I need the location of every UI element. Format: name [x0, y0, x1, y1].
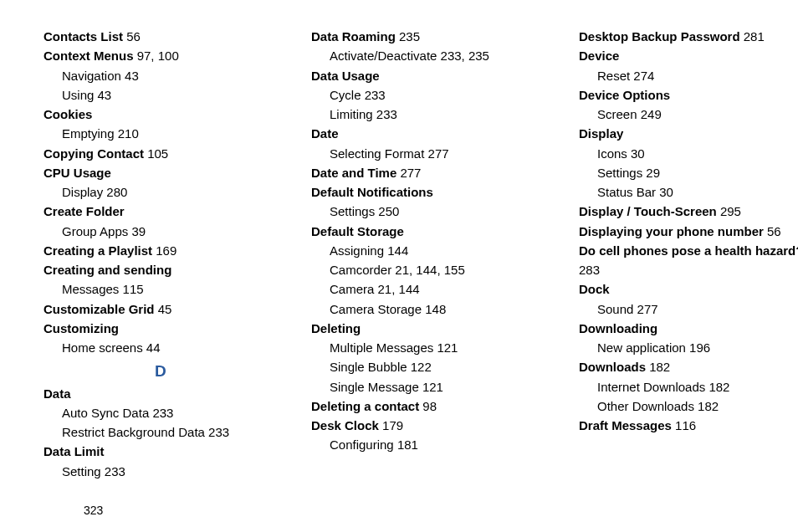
index-entry-sub: Limiting 233 — [311, 105, 545, 124]
index-entry-pages: 56 — [764, 224, 781, 238]
index-entry-main: Displaying your phone number 56 — [579, 222, 798, 241]
index-entry-pages: 169 — [152, 243, 176, 258]
index-entry-sub: New application 196 — [579, 338, 798, 357]
index-entry-label: Settings — [597, 166, 642, 180]
index-entry-sub: Internet Downloads 182 — [579, 377, 798, 396]
index-entry-pages: 182 — [705, 380, 729, 394]
index-entry-pages: 281 — [740, 29, 765, 43]
index-entry-pages: 182 — [694, 399, 719, 413]
page-number: 323 — [84, 504, 103, 517]
index-entry-label: Activate/Deactivate — [330, 49, 437, 63]
index-entry-sub: Camera 21, 144 — [311, 279, 545, 299]
index-entry-label: Configuring — [330, 437, 394, 452]
index-entry-pages: 122 — [407, 360, 432, 374]
index-entry-pages: 97, 100 — [134, 49, 179, 63]
index-entry-main: Contacts List 56 — [43, 27, 278, 46]
index-entry-main: Context Menus 97, 100 — [43, 46, 278, 65]
index-entry-label: Displaying your phone number — [579, 224, 764, 238]
index-entry-label: Cycle — [330, 88, 361, 102]
index-entry-label: Contacts List — [43, 29, 123, 43]
index-entry-label: Downloads — [579, 360, 646, 374]
index-entry-pages: 44 — [143, 340, 161, 355]
index-entry-label: Sound — [597, 302, 633, 316]
index-entry-label: Context Menus — [43, 49, 134, 63]
index-entry-sub: Camcorder 21, 144, 155 — [311, 260, 545, 279]
index-entry-label: Single Bubble — [330, 360, 407, 374]
index-entry-label: Data Limit — [43, 444, 105, 458]
index-entry-main: Customizing — [43, 319, 278, 338]
index-entry-pages: 280 — [103, 185, 127, 199]
index-entry-pages: 45 — [155, 302, 172, 316]
index-entry-pages: 250 — [375, 204, 399, 218]
index-entry-sub: Using 43 — [43, 85, 278, 105]
index-entry-label: New application — [597, 340, 686, 355]
index-entry-pages: 274 — [630, 69, 654, 83]
index-entry-label: Desktop Backup Password — [579, 29, 740, 43]
index-entry-label: Creating a Playlist — [43, 243, 152, 258]
index-entry-label: Navigation — [62, 69, 121, 83]
index-entry-sub: Sound 277 — [579, 299, 798, 319]
index-entry-pages: 30 — [627, 146, 645, 161]
index-entry-pages: 144 — [384, 243, 408, 258]
index-entry-sub: Configuring 181 — [311, 435, 545, 454]
index-entry-label: Create Folder — [43, 204, 125, 218]
index-entry-pages: 233, 235 — [437, 49, 489, 63]
index-entry-sub: Single Message 121 — [311, 377, 545, 396]
index-entry-main: Date and Time 277 — [311, 163, 545, 182]
index-entry-main: Customizable Grid 45 — [43, 299, 278, 319]
index-entry-main: Creating and sending — [43, 260, 278, 279]
index-entry-main: Do cell phones pose a health hazard? — [579, 241, 798, 260]
index-entry-main: Display / Touch-Screen 295 — [579, 202, 798, 221]
index-entry-label: Device Options — [579, 88, 670, 102]
index-entry-label: Date — [311, 126, 339, 141]
index-entry-sub: Reset 274 — [579, 66, 798, 85]
index-entry-label: Display — [579, 126, 623, 141]
index-entry-main: Default Storage — [311, 222, 545, 241]
index-entry-label: Downloading — [579, 321, 657, 335]
index-entry-pages: 283 — [579, 260, 798, 279]
index-entry-label: Camera — [330, 282, 374, 296]
index-entry-sub: Cycle 233 — [311, 85, 545, 105]
index-entry-pages: 210 — [115, 126, 139, 141]
index-entry-main: Desktop Backup Password 281 — [579, 27, 798, 46]
index-entry-label: Other Downloads — [597, 399, 694, 413]
index-entry-sub: Restrict Background Data 233 — [43, 422, 278, 442]
index-entry-sub: Single Bubble 122 — [311, 357, 545, 376]
index-entry-label: Copying Contact — [43, 146, 144, 161]
index-entry-label: Restrict Background Data — [62, 425, 205, 439]
index-entry-label: Home screens — [62, 340, 143, 355]
index-entry-main: Default Notifications — [311, 182, 545, 202]
index-entry-main: Create Folder — [43, 202, 278, 221]
index-entry-label: Limiting — [330, 107, 373, 121]
index-entry-label: Deleting — [311, 321, 361, 335]
index-entry-sub: Emptying 210 — [43, 124, 278, 143]
index-entry-pages: 21, 144, 155 — [391, 263, 465, 277]
index-entry-label: Desk Clock — [311, 418, 379, 432]
index-entry-pages: 233 — [373, 107, 397, 121]
index-entry-sub: Group Apps 39 — [43, 222, 278, 241]
index-entry-label: Emptying — [62, 126, 115, 141]
index-entry-label: Do cell phones pose a health hazard? — [579, 243, 798, 258]
index-entry-pages: 148 — [422, 302, 446, 316]
index-entry-label: Status Bar — [597, 185, 656, 199]
index-entry-label: Assigning — [330, 243, 384, 258]
index-entry-sub: Multiple Messages 121 — [311, 338, 545, 357]
index-entry-label: Multiple Messages — [330, 340, 433, 355]
index-entry-main: Copying Contact 105 — [43, 144, 278, 163]
index-entry-pages: 43 — [94, 88, 111, 102]
index-entry-pages: 105 — [144, 146, 168, 161]
index-entry-main: Downloading — [579, 319, 798, 338]
index-entry-sub: Assigning 144 — [311, 241, 545, 260]
index-entry-main: Dock — [579, 279, 798, 299]
index-entry-main: Desk Clock 179 — [311, 416, 545, 435]
index-entry-sub: Activate/Deactivate 233, 235 — [311, 46, 545, 65]
index-entry-sub: Navigation 43 — [43, 66, 278, 85]
index-entry-pages: 116 — [672, 418, 696, 432]
index-entry-label: Creating and sending — [43, 263, 171, 277]
index-entry-label: Deleting a contact — [311, 399, 419, 413]
index-entry-pages: 182 — [646, 360, 670, 374]
index-entry-label: Camcorder — [330, 263, 391, 277]
index-entry-label: Default Storage — [311, 224, 404, 238]
index-entry-main: Date — [311, 124, 545, 143]
index-entry-sub: Selecting Format 277 — [311, 144, 545, 163]
